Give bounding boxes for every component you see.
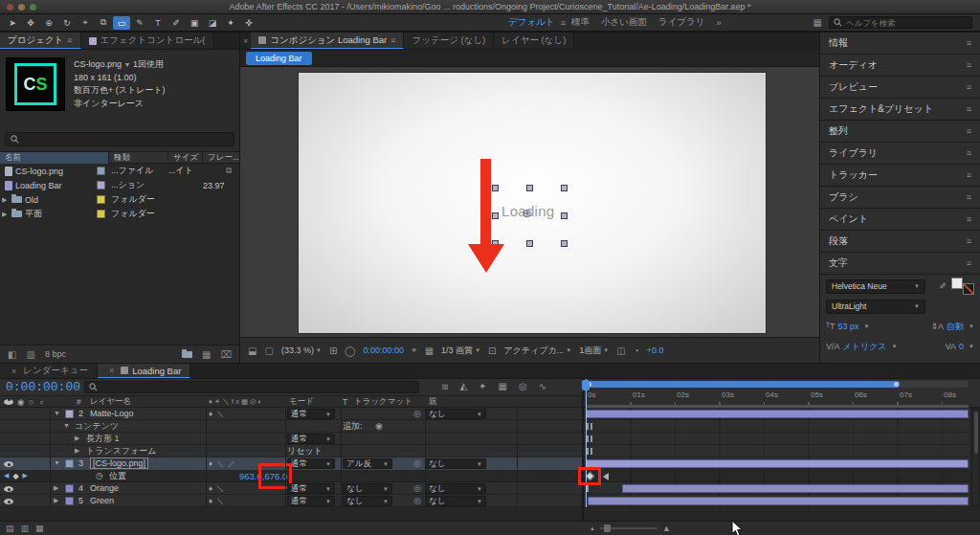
- layer-row-green[interactable]: ▶ 5 Green ♦＼ 通常▼ なし▼ ◎ なし▼: [0, 495, 980, 507]
- visibility-eye-icon[interactable]: [4, 486, 13, 492]
- help-search-input[interactable]: [846, 18, 968, 28]
- column-header-trackmatte[interactable]: トラックマット: [354, 396, 412, 408]
- column-header-layer-name[interactable]: レイヤー名: [90, 396, 131, 408]
- trackmatte-dropdown[interactable]: アル反▼: [343, 458, 392, 469]
- blend-mode-dropdown[interactable]: 通常▼: [287, 483, 335, 494]
- parent-pickwhip-icon[interactable]: ◎: [413, 409, 421, 418]
- property-row-position[interactable]: ◀ ◆ ▶ ◷ 位置 963.0,676.0: [0, 470, 980, 482]
- panel-tab-preview[interactable]: プレビュー≡: [820, 77, 980, 99]
- tracking-value[interactable]: 0: [959, 342, 964, 351]
- snapshot-icon[interactable]: ▢: [264, 346, 273, 356]
- column-header-size[interactable]: サイズ: [168, 152, 203, 164]
- group-label[interactable]: トランスフォーム: [86, 445, 201, 457]
- panel-menu-icon[interactable]: ≡: [390, 35, 395, 45]
- add-property-icon[interactable]: ◉: [375, 420, 383, 432]
- panel-menu-icon[interactable]: ≡: [967, 214, 971, 224]
- add-property-button[interactable]: 追加:: [343, 420, 363, 432]
- fast-previews-icon[interactable]: ◔: [634, 346, 639, 356]
- blend-mode-dropdown[interactable]: 通常▼: [287, 434, 335, 444]
- parent-dropdown[interactable]: なし▼: [425, 458, 486, 469]
- visibility-eye-icon[interactable]: [4, 461, 13, 467]
- zoom-slider-handle[interactable]: [604, 524, 611, 532]
- layer-name[interactable]: Orange: [90, 482, 203, 494]
- font-size-value[interactable]: 53 px: [837, 322, 858, 331]
- panel-menu-icon[interactable]: ≡: [967, 258, 971, 268]
- blend-mode-dropdown[interactable]: 通常▼: [287, 496, 335, 506]
- parent-pickwhip-icon[interactable]: ◎: [413, 496, 421, 505]
- close-panel-icon[interactable]: ×: [240, 33, 251, 49]
- property-name[interactable]: 位置: [109, 470, 126, 481]
- panel-menu-icon[interactable]: ≡: [967, 104, 971, 114]
- expander-icon[interactable]: ▼: [54, 459, 60, 466]
- hand-tool-icon[interactable]: ✥: [22, 16, 39, 30]
- region-of-interest-icon[interactable]: ⊡: [488, 346, 496, 356]
- next-keyframe-icon[interactable]: ▶: [23, 472, 28, 479]
- blend-mode-dropdown[interactable]: 通常▼: [287, 458, 335, 469]
- mask-visibility-icon[interactable]: ◯: [345, 346, 355, 356]
- workspace-tab-default[interactable]: デフォルト: [502, 16, 561, 29]
- active-camera-dropdown[interactable]: アクティブカ...▼: [503, 345, 571, 357]
- pen-tool-icon[interactable]: ✎: [131, 16, 148, 30]
- grid-guides-icon[interactable]: ⊞: [329, 346, 337, 356]
- visibility-eye-icon[interactable]: [4, 499, 13, 504]
- layer-switches[interactable]: ♦＼: [209, 408, 228, 419]
- puppet-pin-tool-icon[interactable]: ✜: [240, 16, 257, 30]
- help-search-box[interactable]: [829, 16, 972, 29]
- layer-switches[interactable]: ♦＼／: [209, 457, 239, 469]
- sync-settings-icon[interactable]: ▦: [813, 17, 822, 28]
- font-family-dropdown[interactable]: Helvetica Neue▼: [826, 279, 925, 294]
- parent-pickwhip-icon[interactable]: ◎: [413, 458, 421, 468]
- panel-tab-brushes[interactable]: ブラシ≡: [820, 187, 980, 209]
- panel-menu-icon[interactable]: ≡: [967, 82, 971, 92]
- column-header-framerate[interactable]: フレー...: [203, 152, 239, 164]
- layer-name[interactable]: Matte-Logo: [90, 408, 203, 419]
- position-value[interactable]: 963.0,676.0: [239, 470, 287, 481]
- panel-tab-effects-presets[interactable]: エフェクト&プリセット≡: [820, 99, 980, 121]
- show-channels-icon[interactable]: ▦: [425, 346, 434, 356]
- footage-thumbnail[interactable]: CS: [6, 57, 65, 111]
- parent-dropdown[interactable]: なし▼: [425, 496, 486, 506]
- exposure-value[interactable]: +0.0: [647, 346, 664, 355]
- group-row-contents[interactable]: ▼ コンテンツ 追加: ◉: [0, 420, 980, 433]
- panel-tab-info[interactable]: 情報≡: [820, 33, 980, 55]
- close-tab-icon[interactable]: ×: [9, 367, 19, 376]
- rectangle-tool-icon[interactable]: ▭: [113, 16, 130, 30]
- expander-icon[interactable]: ▶: [54, 497, 58, 504]
- expander-icon[interactable]: ▼: [54, 410, 60, 416]
- panel-tab-align[interactable]: 整列≡: [820, 121, 980, 143]
- rotation-tool-icon[interactable]: ↻: [58, 16, 76, 30]
- fill-stroke-swatches[interactable]: [951, 278, 974, 295]
- workspace-tab-libraries[interactable]: ライブラリ: [653, 16, 711, 29]
- bit-depth-button[interactable]: 8 bpc: [45, 349, 66, 359]
- selection-handle[interactable]: [492, 212, 499, 219]
- tab-render-queue[interactable]: × レンダーキュー: [0, 364, 98, 378]
- panel-menu-icon[interactable]: ≡: [967, 192, 971, 202]
- panel-tab-audio[interactable]: オーディオ≡: [820, 55, 980, 77]
- selection-handle[interactable]: [561, 240, 568, 247]
- eraser-tool-icon[interactable]: ◪: [204, 16, 221, 30]
- column-header-number[interactable]: #: [77, 396, 81, 408]
- expander-icon[interactable]: ▶: [2, 196, 7, 204]
- panel-menu-icon[interactable]: ≡: [967, 126, 971, 136]
- time-navigator-track[interactable]: [586, 381, 969, 388]
- delete-trash-icon[interactable]: ⌧: [220, 349, 232, 360]
- timeline-vertical-scrollbar[interactable]: [973, 410, 978, 505]
- graph-editor-icon[interactable]: ∿: [539, 381, 546, 392]
- zoom-out-mountain-icon[interactable]: ▲: [590, 525, 595, 531]
- panel-tab-paint[interactable]: ペイント≡: [820, 209, 980, 231]
- comp-canvas[interactable]: Loading ⊕: [299, 73, 766, 333]
- timeline-search-box[interactable]: [84, 381, 419, 393]
- camera-tool-icon[interactable]: ⌖: [77, 16, 94, 30]
- composition-flowchart-icon[interactable]: ⧈: [442, 381, 448, 392]
- position-y-value[interactable]: ,676.0: [262, 471, 287, 481]
- project-row-solids[interactable]: ▶ 平面 フォルダー: [0, 207, 239, 221]
- project-search-box[interactable]: [5, 132, 234, 146]
- layer-duration-bar[interactable]: [586, 410, 969, 418]
- group-label[interactable]: 長方形 1: [86, 433, 201, 444]
- trackmatte-dropdown[interactable]: なし▼: [343, 483, 392, 494]
- layer-name[interactable]: Green: [90, 495, 203, 506]
- motion-blur-icon[interactable]: ◎: [519, 381, 527, 392]
- draft-3d-icon[interactable]: ◭: [459, 381, 467, 392]
- trackmatte-dropdown[interactable]: なし▼: [343, 496, 392, 506]
- tab-layer[interactable]: レイヤー (なし): [494, 33, 574, 49]
